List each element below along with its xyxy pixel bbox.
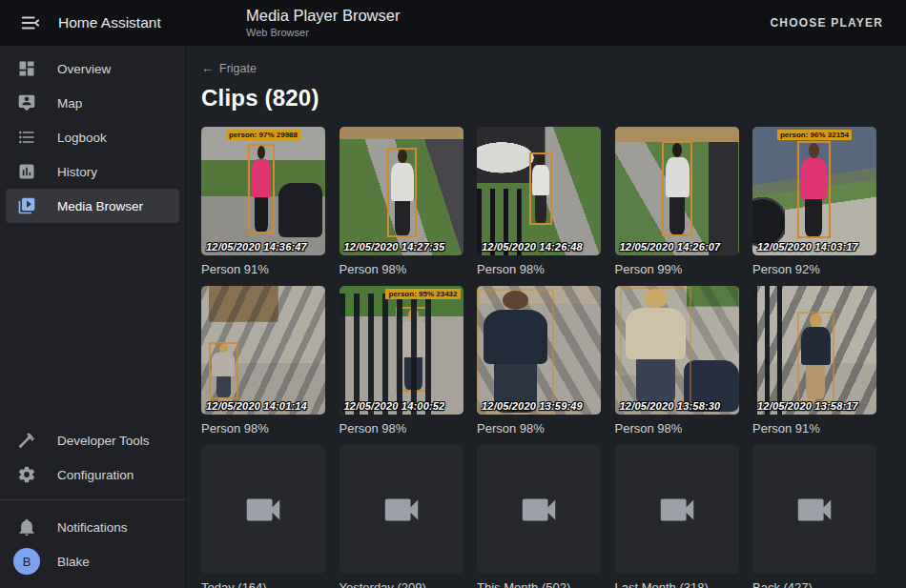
- sidebar-item-user[interactable]: B Blake: [6, 544, 179, 578]
- clip-label: Person 98%: [615, 421, 739, 436]
- folder-label: Today (164): [201, 580, 325, 588]
- clip-card[interactable]: 12/05/2020 13:58:17 Person 91%: [752, 286, 876, 436]
- folder-thumbnail[interactable]: [201, 445, 325, 574]
- logbook-list-icon: [17, 128, 36, 147]
- back-arrow-icon: ←: [201, 62, 214, 74]
- folder-thumbnail[interactable]: [752, 445, 876, 574]
- video-camera-icon: [241, 488, 285, 532]
- clip-timestamp: 12/05/2020 13:58:30: [620, 400, 721, 412]
- person-detection-box: [620, 287, 691, 408]
- sidebar-divider: [0, 499, 185, 500]
- clip-card[interactable]: 12/05/2020 14:26:48 Person 98%: [477, 127, 601, 276]
- folder-card-this-month[interactable]: This Month (502): [477, 445, 601, 588]
- folder-label: Last Month (318): [615, 580, 739, 588]
- sidebar-item-map[interactable]: Map: [6, 86, 179, 120]
- clip-card[interactable]: person: 97% 29988 12/05/2020 14:36:47 Pe…: [201, 127, 325, 276]
- clip-thumbnail[interactable]: person: 96% 32154 12/05/2020 14:03:17: [752, 127, 876, 255]
- topbar-left: Home Assistant: [0, 0, 186, 46]
- sidebar: Overview Map Logbook History Media Brows…: [0, 46, 186, 588]
- bell-icon: [17, 517, 36, 537]
- page-subtitle: Web Browser: [246, 26, 400, 39]
- stroller-shape: [278, 183, 323, 237]
- clip-card[interactable]: 12/05/2020 14:01:14 Person 98%: [201, 286, 325, 436]
- clip-label: Person 98%: [477, 262, 601, 276]
- clip-thumbnail[interactable]: person: 97% 29988 12/05/2020 14:36:47: [201, 127, 325, 255]
- clip-label: Person 98%: [201, 421, 325, 436]
- clip-card[interactable]: 12/05/2020 14:27:35 Person 98%: [340, 127, 463, 276]
- person-detection-box: [209, 342, 238, 398]
- sidebar-item-history[interactable]: History: [6, 154, 179, 189]
- clip-timestamp: 12/05/2020 14:36:47: [206, 241, 307, 253]
- sidebar-item-media-browser[interactable]: Media Browser: [6, 189, 179, 223]
- sidebar-item-configuration[interactable]: Configuration: [6, 457, 179, 492]
- clip-timestamp: 12/05/2020 14:26:48: [482, 241, 583, 253]
- clips-title: Clips (820): [201, 85, 891, 112]
- folder-thumbnail[interactable]: [615, 445, 739, 574]
- clip-timestamp: 12/05/2020 14:01:14: [206, 400, 307, 412]
- sidebar-item-notifications[interactable]: Notifications: [6, 510, 179, 544]
- clip-card[interactable]: person: 96% 32154 12/05/2020 14:03:17 Pe…: [752, 127, 876, 276]
- back-link[interactable]: ← Frigate: [201, 62, 257, 75]
- person-detection-box: [396, 307, 430, 392]
- choose-player-button[interactable]: CHOOSE PLAYER: [768, 9, 885, 37]
- folder-thumbnail[interactable]: [477, 445, 601, 574]
- sidebar-item-label: Notifications: [57, 520, 128, 535]
- clip-thumbnail[interactable]: 12/05/2020 14:26:07: [615, 127, 739, 255]
- clip-thumbnail[interactable]: 12/05/2020 13:58:30: [615, 286, 739, 415]
- map-account-icon: [17, 93, 36, 112]
- app-title: Home Assistant: [58, 14, 161, 31]
- clip-thumbnail[interactable]: 12/05/2020 13:58:17: [752, 286, 876, 415]
- clip-card[interactable]: 12/05/2020 14:26:07 Person 99%: [615, 127, 739, 276]
- folder-card-last-month[interactable]: Last Month (318): [615, 445, 739, 588]
- person-detection-box: [529, 152, 553, 225]
- clip-timestamp: 12/05/2020 14:03:17: [757, 241, 858, 253]
- user-name: Blake: [57, 555, 90, 569]
- sidebar-item-overview[interactable]: Overview: [6, 51, 179, 86]
- clip-thumbnail[interactable]: person: 95% 23432 12/05/2020 14:00:52: [340, 286, 463, 415]
- clip-thumbnail[interactable]: 12/05/2020 14:26:48: [477, 127, 601, 255]
- video-camera-icon: [655, 488, 699, 532]
- sidebar-item-label: Logbook: [57, 131, 107, 145]
- clip-card[interactable]: 12/05/2020 13:58:30 Person 98%: [615, 286, 739, 436]
- folder-label: This Month (502): [477, 580, 601, 588]
- clip-card[interactable]: 12/05/2020 13:59:49 Person 98%: [477, 286, 601, 436]
- clip-timestamp: 12/05/2020 13:59:49: [482, 400, 583, 412]
- clip-label: Person 91%: [752, 421, 876, 436]
- clip-label: Person 98%: [340, 421, 463, 436]
- top-bar: Home Assistant Media Player Browser Web …: [0, 0, 906, 46]
- clip-timestamp: 12/05/2020 14:26:07: [620, 241, 721, 253]
- sidebar-toggle-button[interactable]: [15, 8, 46, 38]
- sidebar-item-logbook[interactable]: Logbook: [6, 120, 179, 154]
- folder-card-back[interactable]: Back (427): [752, 445, 876, 588]
- sidebar-item-developer-tools[interactable]: Developer Tools: [6, 423, 179, 457]
- folder-card-yesterday[interactable]: Yesterday (209): [340, 445, 463, 588]
- clip-card[interactable]: person: 95% 23432 12/05/2020 14:00:52 Pe…: [340, 286, 463, 436]
- folder-card-today[interactable]: Today (164): [201, 445, 325, 588]
- detection-score-tag: person: 97% 29988: [226, 130, 300, 140]
- person-detection-box: [387, 148, 417, 238]
- clip-label: Person 92%: [752, 262, 876, 276]
- video-camera-icon: [517, 488, 561, 532]
- hammer-icon: [17, 431, 36, 450]
- detection-score-tag: person: 95% 23432: [385, 289, 460, 299]
- folder-label: Back (427): [752, 580, 876, 588]
- sidebar-item-label: History: [57, 165, 97, 179]
- person-detection-box: [477, 289, 554, 415]
- clip-label: Person 98%: [340, 262, 463, 276]
- page-title: Media Player Browser: [246, 7, 400, 26]
- person-detection-box: [797, 312, 834, 402]
- clip-label: Person 99%: [615, 262, 739, 276]
- clip-timestamp: 12/05/2020 14:00:52: [344, 400, 445, 412]
- media-browser-icon: [17, 196, 36, 215]
- clip-thumbnail[interactable]: 12/05/2020 14:27:35: [340, 127, 463, 255]
- clip-thumbnail[interactable]: 12/05/2020 13:59:49: [477, 286, 601, 415]
- clip-thumbnail[interactable]: 12/05/2020 14:01:14: [201, 286, 325, 415]
- folder-label: Yesterday (209): [340, 580, 463, 588]
- video-camera-icon: [793, 488, 836, 532]
- sidebar-item-label: Configuration: [57, 468, 134, 482]
- back-label: Frigate: [219, 62, 257, 75]
- sidebar-item-label: Map: [57, 96, 82, 111]
- person-detection-box: [797, 141, 831, 239]
- page-title-block: Media Player Browser Web Browser: [246, 7, 400, 39]
- folder-thumbnail[interactable]: [340, 445, 463, 574]
